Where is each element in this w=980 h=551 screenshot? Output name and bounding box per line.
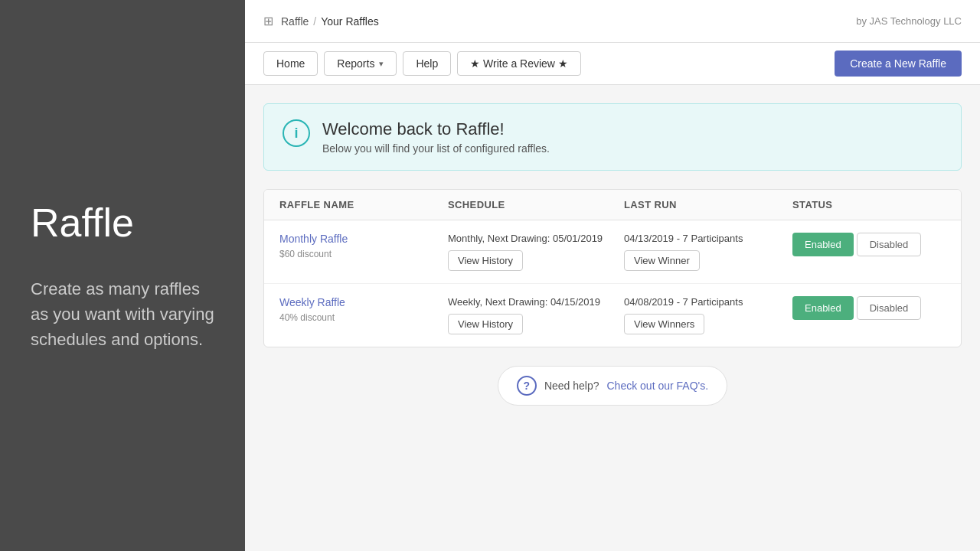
- monthly-raffle-discount: $60 discount: [279, 249, 332, 259]
- monthly-last-run: 04/13/2019 - 7 Participants: [624, 233, 792, 244]
- help-faq-link[interactable]: Check out our FAQ's.: [607, 380, 709, 392]
- weekly-view-history-button[interactable]: View History: [448, 314, 523, 334]
- help-button[interactable]: Help: [403, 51, 451, 76]
- breadcrumb-current: Your Raffles: [321, 15, 379, 28]
- welcome-banner: i Welcome back to Raffle! Below you will…: [263, 103, 962, 171]
- grid-icon: ⊞: [263, 14, 273, 28]
- sidebar-title: Raffle: [31, 200, 214, 246]
- raffle-name-cell: Weekly Raffle 40% discount: [279, 296, 448, 324]
- raffle-table: Raffle Name Schedule Last Run Status Mon…: [263, 189, 962, 347]
- sidebar-description: Create as many raffles as you want with …: [31, 276, 214, 352]
- home-button[interactable]: Home: [263, 51, 318, 76]
- monthly-raffle-link[interactable]: Monthly Raffle: [279, 233, 448, 245]
- welcome-title: Welcome back to Raffle!: [322, 119, 550, 139]
- weekly-status-cell: Enabled Disabled: [792, 296, 946, 320]
- schedule-cell: Monthly, Next Drawing: 05/01/2019 View H…: [448, 233, 624, 271]
- monthly-status-cell: Enabled Disabled: [792, 233, 946, 256]
- monthly-disabled-button[interactable]: Disabled: [857, 233, 922, 256]
- chevron-down-icon: ▾: [379, 59, 384, 69]
- breadcrumb-separator: /: [313, 15, 316, 28]
- content-area: i Welcome back to Raffle! Below you will…: [245, 85, 980, 551]
- topbar: ⊞ Raffle / Your Raffles by JAS Technolog…: [245, 0, 980, 43]
- sidebar: Raffle Create as many raffles as you wan…: [0, 0, 245, 551]
- table-row: Monthly Raffle $60 discount Monthly, Nex…: [264, 220, 961, 284]
- help-bubble: ? Need help? Check out our FAQ's.: [498, 366, 727, 406]
- weekly-enabled-button[interactable]: Enabled: [792, 296, 854, 320]
- monthly-view-history-button[interactable]: View History: [448, 250, 523, 271]
- company-label: by JAS Technology LLC: [856, 15, 962, 27]
- raffle-name-cell: Monthly Raffle $60 discount: [279, 233, 448, 260]
- write-review-button[interactable]: ★ Write a Review ★: [457, 51, 581, 76]
- col-header-last-run: Last Run: [624, 199, 792, 210]
- weekly-raffle-link[interactable]: Weekly Raffle: [279, 296, 448, 308]
- monthly-schedule-text: Monthly, Next Drawing: 05/01/2019: [448, 233, 624, 244]
- help-text: Need help?: [544, 380, 599, 392]
- help-icon: ?: [517, 376, 537, 396]
- breadcrumb: ⊞ Raffle / Your Raffles: [263, 14, 379, 28]
- last-run-cell: 04/13/2019 - 7 Participants View Winner: [624, 233, 792, 271]
- navbar: Home Reports ▾ Help ★ Write a Review ★ C…: [245, 43, 980, 85]
- monthly-view-winner-button[interactable]: View Winner: [624, 250, 700, 271]
- table-row: Weekly Raffle 40% discount Weekly, Next …: [264, 284, 961, 347]
- welcome-subtitle: Below you will find your list of configu…: [322, 142, 550, 155]
- main-content: ⊞ Raffle / Your Raffles by JAS Technolog…: [245, 0, 980, 551]
- col-header-status: Status: [792, 199, 946, 210]
- table-header: Raffle Name Schedule Last Run Status: [264, 190, 961, 220]
- last-run-cell: 04/08/2019 - 7 Participants View Winners: [624, 296, 792, 334]
- weekly-last-run: 04/08/2019 - 7 Participants: [624, 296, 792, 308]
- weekly-schedule-text: Weekly, Next Drawing: 04/15/2019: [448, 296, 624, 308]
- weekly-view-winners-button[interactable]: View Winners: [624, 314, 704, 334]
- schedule-cell: Weekly, Next Drawing: 04/15/2019 View Hi…: [448, 296, 624, 334]
- welcome-text: Welcome back to Raffle! Below you will f…: [322, 119, 550, 155]
- weekly-raffle-discount: 40% discount: [279, 312, 335, 323]
- monthly-enabled-button[interactable]: Enabled: [792, 233, 854, 256]
- col-header-schedule: Schedule: [448, 199, 624, 210]
- weekly-disabled-button[interactable]: Disabled: [857, 296, 922, 320]
- help-section: ? Need help? Check out our FAQ's.: [263, 366, 962, 406]
- info-icon: i: [283, 119, 310, 147]
- col-header-name: Raffle Name: [279, 199, 448, 210]
- nav-left: Home Reports ▾ Help ★ Write a Review ★: [263, 51, 581, 76]
- reports-button[interactable]: Reports ▾: [324, 51, 397, 76]
- create-new-raffle-button[interactable]: Create a New Raffle: [835, 51, 962, 77]
- breadcrumb-root[interactable]: Raffle: [281, 15, 309, 28]
